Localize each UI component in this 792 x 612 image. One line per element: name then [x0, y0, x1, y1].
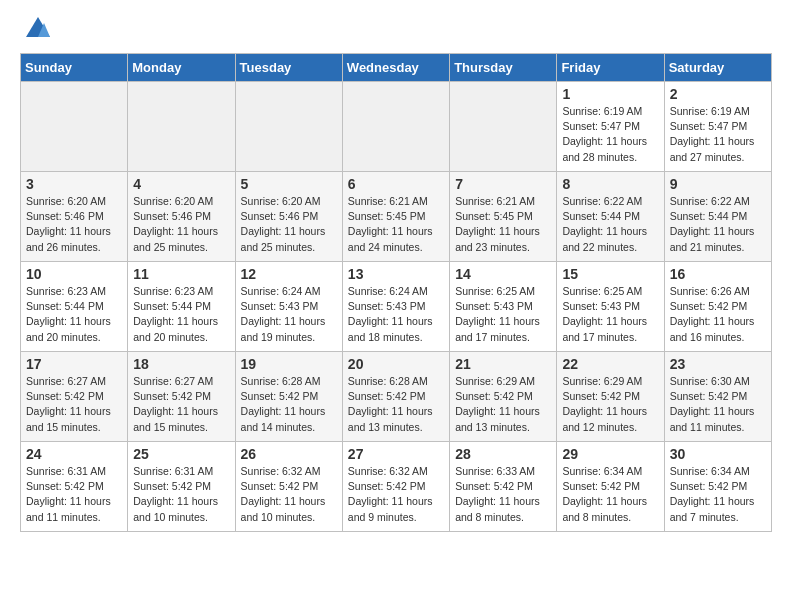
calendar-cell: 18Sunrise: 6:27 AMSunset: 5:42 PMDayligh… [128, 352, 235, 442]
day-number: 4 [133, 176, 229, 192]
day-number: 30 [670, 446, 766, 462]
header [20, 15, 772, 43]
day-info: Sunrise: 6:27 AMSunset: 5:42 PMDaylight:… [133, 374, 229, 435]
day-number: 1 [562, 86, 658, 102]
day-number: 28 [455, 446, 551, 462]
calendar-cell: 13Sunrise: 6:24 AMSunset: 5:43 PMDayligh… [342, 262, 449, 352]
day-number: 21 [455, 356, 551, 372]
calendar-cell: 17Sunrise: 6:27 AMSunset: 5:42 PMDayligh… [21, 352, 128, 442]
weekday-header-monday: Monday [128, 54, 235, 82]
day-number: 8 [562, 176, 658, 192]
day-info: Sunrise: 6:20 AMSunset: 5:46 PMDaylight:… [26, 194, 122, 255]
day-info: Sunrise: 6:19 AMSunset: 5:47 PMDaylight:… [562, 104, 658, 165]
day-number: 26 [241, 446, 337, 462]
weekday-header-thursday: Thursday [450, 54, 557, 82]
logo-icon [24, 15, 52, 43]
day-info: Sunrise: 6:20 AMSunset: 5:46 PMDaylight:… [133, 194, 229, 255]
calendar-cell: 26Sunrise: 6:32 AMSunset: 5:42 PMDayligh… [235, 442, 342, 532]
calendar-cell: 19Sunrise: 6:28 AMSunset: 5:42 PMDayligh… [235, 352, 342, 442]
day-number: 24 [26, 446, 122, 462]
day-number: 3 [26, 176, 122, 192]
page: SundayMondayTuesdayWednesdayThursdayFrid… [0, 0, 792, 547]
calendar-cell: 21Sunrise: 6:29 AMSunset: 5:42 PMDayligh… [450, 352, 557, 442]
weekday-header-friday: Friday [557, 54, 664, 82]
day-number: 11 [133, 266, 229, 282]
day-number: 5 [241, 176, 337, 192]
calendar-cell: 2Sunrise: 6:19 AMSunset: 5:47 PMDaylight… [664, 82, 771, 172]
day-number: 16 [670, 266, 766, 282]
day-number: 13 [348, 266, 444, 282]
calendar-cell: 25Sunrise: 6:31 AMSunset: 5:42 PMDayligh… [128, 442, 235, 532]
calendar-cell [450, 82, 557, 172]
calendar-cell: 3Sunrise: 6:20 AMSunset: 5:46 PMDaylight… [21, 172, 128, 262]
calendar: SundayMondayTuesdayWednesdayThursdayFrid… [20, 53, 772, 532]
day-number: 12 [241, 266, 337, 282]
calendar-cell: 8Sunrise: 6:22 AMSunset: 5:44 PMDaylight… [557, 172, 664, 262]
calendar-cell: 7Sunrise: 6:21 AMSunset: 5:45 PMDaylight… [450, 172, 557, 262]
calendar-week-row: 24Sunrise: 6:31 AMSunset: 5:42 PMDayligh… [21, 442, 772, 532]
calendar-cell: 29Sunrise: 6:34 AMSunset: 5:42 PMDayligh… [557, 442, 664, 532]
day-info: Sunrise: 6:25 AMSunset: 5:43 PMDaylight:… [455, 284, 551, 345]
day-number: 7 [455, 176, 551, 192]
calendar-cell: 9Sunrise: 6:22 AMSunset: 5:44 PMDaylight… [664, 172, 771, 262]
weekday-header-saturday: Saturday [664, 54, 771, 82]
day-info: Sunrise: 6:31 AMSunset: 5:42 PMDaylight:… [26, 464, 122, 525]
calendar-cell: 15Sunrise: 6:25 AMSunset: 5:43 PMDayligh… [557, 262, 664, 352]
day-number: 22 [562, 356, 658, 372]
day-info: Sunrise: 6:19 AMSunset: 5:47 PMDaylight:… [670, 104, 766, 165]
weekday-header-row: SundayMondayTuesdayWednesdayThursdayFrid… [21, 54, 772, 82]
calendar-cell: 30Sunrise: 6:34 AMSunset: 5:42 PMDayligh… [664, 442, 771, 532]
day-number: 10 [26, 266, 122, 282]
calendar-cell: 28Sunrise: 6:33 AMSunset: 5:42 PMDayligh… [450, 442, 557, 532]
calendar-week-row: 3Sunrise: 6:20 AMSunset: 5:46 PMDaylight… [21, 172, 772, 262]
day-number: 29 [562, 446, 658, 462]
day-info: Sunrise: 6:21 AMSunset: 5:45 PMDaylight:… [455, 194, 551, 255]
day-info: Sunrise: 6:34 AMSunset: 5:42 PMDaylight:… [562, 464, 658, 525]
day-number: 15 [562, 266, 658, 282]
day-number: 9 [670, 176, 766, 192]
day-number: 27 [348, 446, 444, 462]
calendar-cell: 22Sunrise: 6:29 AMSunset: 5:42 PMDayligh… [557, 352, 664, 442]
day-info: Sunrise: 6:31 AMSunset: 5:42 PMDaylight:… [133, 464, 229, 525]
day-info: Sunrise: 6:32 AMSunset: 5:42 PMDaylight:… [348, 464, 444, 525]
calendar-cell: 23Sunrise: 6:30 AMSunset: 5:42 PMDayligh… [664, 352, 771, 442]
day-number: 20 [348, 356, 444, 372]
calendar-cell: 20Sunrise: 6:28 AMSunset: 5:42 PMDayligh… [342, 352, 449, 442]
day-info: Sunrise: 6:25 AMSunset: 5:43 PMDaylight:… [562, 284, 658, 345]
calendar-week-row: 10Sunrise: 6:23 AMSunset: 5:44 PMDayligh… [21, 262, 772, 352]
day-info: Sunrise: 6:29 AMSunset: 5:42 PMDaylight:… [562, 374, 658, 435]
calendar-cell: 10Sunrise: 6:23 AMSunset: 5:44 PMDayligh… [21, 262, 128, 352]
day-number: 2 [670, 86, 766, 102]
logo-area [20, 15, 52, 43]
day-number: 23 [670, 356, 766, 372]
day-info: Sunrise: 6:24 AMSunset: 5:43 PMDaylight:… [241, 284, 337, 345]
calendar-cell [21, 82, 128, 172]
calendar-week-row: 1Sunrise: 6:19 AMSunset: 5:47 PMDaylight… [21, 82, 772, 172]
calendar-cell: 27Sunrise: 6:32 AMSunset: 5:42 PMDayligh… [342, 442, 449, 532]
day-info: Sunrise: 6:32 AMSunset: 5:42 PMDaylight:… [241, 464, 337, 525]
day-info: Sunrise: 6:29 AMSunset: 5:42 PMDaylight:… [455, 374, 551, 435]
day-info: Sunrise: 6:22 AMSunset: 5:44 PMDaylight:… [670, 194, 766, 255]
day-info: Sunrise: 6:28 AMSunset: 5:42 PMDaylight:… [348, 374, 444, 435]
weekday-header-tuesday: Tuesday [235, 54, 342, 82]
calendar-cell: 11Sunrise: 6:23 AMSunset: 5:44 PMDayligh… [128, 262, 235, 352]
calendar-cell: 1Sunrise: 6:19 AMSunset: 5:47 PMDaylight… [557, 82, 664, 172]
day-info: Sunrise: 6:33 AMSunset: 5:42 PMDaylight:… [455, 464, 551, 525]
calendar-cell [342, 82, 449, 172]
day-info: Sunrise: 6:23 AMSunset: 5:44 PMDaylight:… [26, 284, 122, 345]
calendar-week-row: 17Sunrise: 6:27 AMSunset: 5:42 PMDayligh… [21, 352, 772, 442]
day-info: Sunrise: 6:24 AMSunset: 5:43 PMDaylight:… [348, 284, 444, 345]
weekday-header-sunday: Sunday [21, 54, 128, 82]
calendar-cell [235, 82, 342, 172]
day-number: 6 [348, 176, 444, 192]
day-info: Sunrise: 6:34 AMSunset: 5:42 PMDaylight:… [670, 464, 766, 525]
day-info: Sunrise: 6:23 AMSunset: 5:44 PMDaylight:… [133, 284, 229, 345]
day-info: Sunrise: 6:30 AMSunset: 5:42 PMDaylight:… [670, 374, 766, 435]
day-number: 25 [133, 446, 229, 462]
calendar-cell: 24Sunrise: 6:31 AMSunset: 5:42 PMDayligh… [21, 442, 128, 532]
calendar-cell: 6Sunrise: 6:21 AMSunset: 5:45 PMDaylight… [342, 172, 449, 262]
day-info: Sunrise: 6:20 AMSunset: 5:46 PMDaylight:… [241, 194, 337, 255]
day-info: Sunrise: 6:21 AMSunset: 5:45 PMDaylight:… [348, 194, 444, 255]
logo [20, 15, 52, 43]
day-info: Sunrise: 6:22 AMSunset: 5:44 PMDaylight:… [562, 194, 658, 255]
